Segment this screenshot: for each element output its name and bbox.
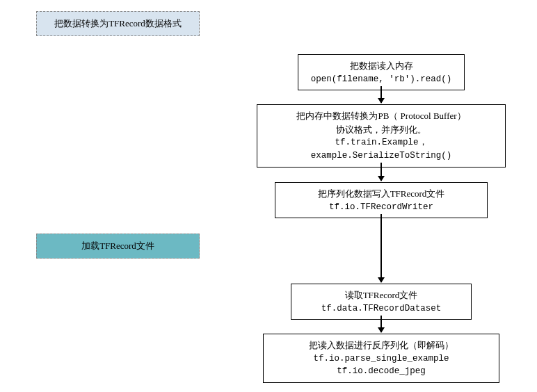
section-label-load-text: 加载TFRecord文件: [81, 240, 154, 251]
arrow-icon: [380, 86, 382, 103]
flow-box-serialize: 把内存中数据转换为PB（ Protocol Buffer） 协议格式，并序列化。…: [257, 104, 506, 168]
flow-box-code: tf.data.TFRecordDataset: [297, 302, 465, 316]
flow-box-title: 把序列化数据写入TFRecord文件: [281, 187, 481, 201]
section-label-convert: 把数据转换为TFRecord数据格式: [36, 11, 200, 36]
flow-box-code-2: tf.io.decode_jpeg: [269, 365, 493, 378]
flow-box-title: 读取TFRecord文件: [297, 288, 465, 302]
flow-box-code-1: tf.train.Example，: [263, 136, 499, 149]
flow-box-read-memory: 把数据读入内存 open(filename, 'rb').read(): [298, 54, 465, 90]
flow-box-title: 把数据读入内存: [304, 59, 458, 73]
flow-box-code: tf.io.TFRecordWriter: [281, 201, 481, 214]
flow-box-code-2: example.SerializeToString(): [263, 149, 499, 163]
flow-box-read-tfrecord: 读取TFRecord文件 tf.data.TFRecordDataset: [291, 284, 472, 320]
arrow-icon: [380, 316, 382, 332]
flow-box-deserialize: 把读入数据进行反序列化（即解码） tf.io.parse_single_exam…: [263, 334, 499, 383]
arrow-icon: [380, 214, 382, 282]
flow-box-title-line1: 把内存中数据转换为PB（ Protocol Buffer）: [263, 109, 499, 123]
flow-box-title-line2: 协议格式，并序列化。: [263, 123, 499, 137]
flow-box-code: open(filename, 'rb').read(): [304, 73, 458, 86]
section-label-convert-text: 把数据转换为TFRecord数据格式: [54, 18, 182, 28]
arrow-icon: [380, 163, 382, 181]
flow-box-write-tfrecord: 把序列化数据写入TFRecord文件 tf.io.TFRecordWriter: [275, 182, 488, 218]
flow-box-title: 把读入数据进行反序列化（即解码）: [269, 338, 493, 352]
section-label-load: 加载TFRecord文件: [36, 234, 200, 259]
flow-box-code-1: tf.io.parse_single_example: [269, 352, 493, 366]
